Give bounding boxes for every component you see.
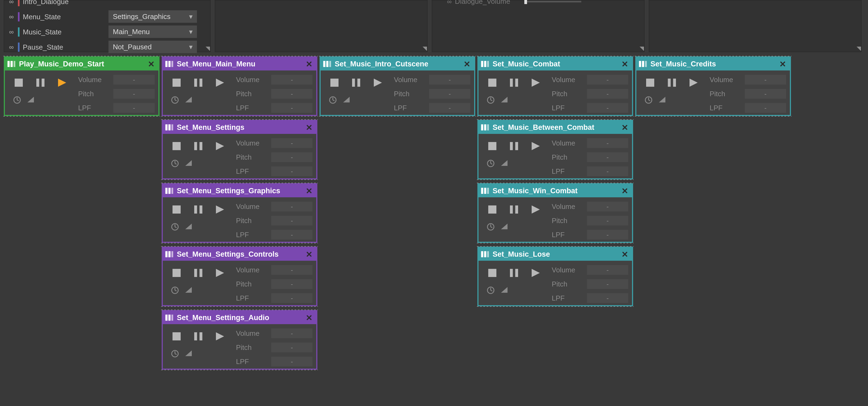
param-value-lpf[interactable]: -	[271, 230, 312, 240]
close-icon[interactable]: ✕	[620, 122, 630, 133]
link-icon[interactable]: ∞	[8, 13, 15, 21]
clock-icon[interactable]	[171, 96, 179, 106]
param-value-volume[interactable]: -	[587, 202, 628, 211]
clock-icon[interactable]	[329, 96, 337, 106]
event-tile-header[interactable]: Set_Music_Intro_Cutscene ✕	[321, 58, 474, 70]
param-select[interactable]: Main_Menu ▾	[108, 26, 197, 38]
clock-icon[interactable]	[13, 96, 21, 106]
stop-button[interactable]	[329, 77, 340, 88]
param-select[interactable]: Settings_Graphics ▾	[108, 10, 197, 23]
pause-button[interactable]	[35, 77, 46, 88]
param-value-volume[interactable]: -	[271, 138, 312, 148]
param-value-pitch[interactable]: -	[271, 343, 312, 352]
ramp-icon[interactable]	[184, 159, 193, 169]
stop-button[interactable]	[171, 77, 182, 88]
param-value-volume[interactable]: -	[587, 75, 628, 84]
play-button[interactable]	[530, 77, 541, 88]
param-value-lpf[interactable]: -	[587, 293, 628, 303]
param-value-lpf[interactable]: -	[745, 103, 786, 113]
ramp-icon[interactable]	[27, 96, 35, 106]
event-tile-header[interactable]: Set_Menu_Settings_Graphics ✕	[163, 184, 316, 197]
close-icon[interactable]: ✕	[304, 185, 314, 196]
pause-button[interactable]	[508, 267, 520, 279]
event-tile[interactable]: Set_Music_Lose ✕ Volume-	[477, 247, 633, 306]
play-button[interactable]	[372, 77, 383, 88]
param-value-volume[interactable]: -	[271, 265, 312, 275]
param-value-pitch[interactable]: -	[271, 89, 312, 99]
event-tile-header[interactable]: Set_Menu_Settings_Controls ✕	[163, 248, 316, 261]
param-value-lpf[interactable]: -	[587, 230, 628, 240]
stop-button[interactable]	[171, 204, 182, 215]
stop-button[interactable]	[171, 331, 182, 342]
event-tile-header[interactable]: Set_Music_Combat ✕	[478, 58, 632, 70]
clock-icon[interactable]	[487, 159, 495, 169]
event-tile[interactable]: Set_Menu_Settings ✕ Volume-	[162, 120, 317, 179]
param-value-lpf[interactable]: -	[271, 103, 312, 113]
ramp-icon[interactable]	[342, 96, 350, 106]
param-value-volume[interactable]: -	[271, 202, 312, 211]
stop-button[interactable]	[487, 77, 498, 88]
param-value-lpf[interactable]: -	[271, 357, 312, 366]
param-value-lpf[interactable]: -	[271, 166, 312, 176]
clock-icon[interactable]	[171, 223, 179, 233]
event-tile-header[interactable]: Set_Menu_Settings ✕	[163, 121, 316, 134]
param-value-lpf[interactable]: -	[113, 103, 155, 113]
ramp-icon[interactable]	[500, 96, 508, 106]
play-button[interactable]	[688, 77, 699, 88]
param-value-volume[interactable]: -	[271, 329, 312, 338]
close-icon[interactable]: ✕	[462, 59, 472, 69]
event-tile[interactable]: Play_Music_Demo_Start ✕ Volume-	[4, 56, 159, 116]
param-value-volume[interactable]: -	[113, 75, 155, 84]
clock-icon[interactable]	[487, 223, 495, 233]
param-value-lpf[interactable]: -	[271, 293, 312, 303]
link-icon[interactable]: ∞	[8, 28, 15, 36]
close-icon[interactable]: ✕	[304, 249, 314, 259]
ramp-icon[interactable]	[184, 223, 193, 233]
close-icon[interactable]: ✕	[620, 59, 630, 69]
close-icon[interactable]: ✕	[146, 59, 156, 69]
event-tile[interactable]: Set_Menu_Main_Menu ✕ Volume-	[162, 56, 317, 116]
stop-button[interactable]	[171, 267, 182, 279]
param-value-lpf[interactable]: -	[587, 166, 628, 176]
play-button[interactable]	[214, 331, 226, 342]
play-button[interactable]	[214, 77, 226, 88]
ramp-icon[interactable]	[184, 96, 193, 106]
clock-icon[interactable]	[487, 96, 495, 106]
close-icon[interactable]: ✕	[304, 122, 314, 133]
ramp-icon[interactable]	[184, 350, 193, 360]
param-value-volume[interactable]: -	[429, 75, 470, 84]
pause-button[interactable]	[350, 77, 362, 88]
param-value-pitch[interactable]: -	[745, 89, 786, 99]
param-value-lpf[interactable]: -	[429, 103, 470, 113]
stop-button[interactable]	[487, 267, 498, 279]
clock-icon[interactable]	[171, 350, 179, 360]
clock-icon[interactable]	[645, 96, 653, 106]
play-button[interactable]	[214, 204, 226, 215]
stop-button[interactable]	[13, 77, 24, 88]
event-tile-header[interactable]: Play_Music_Demo_Start ✕	[5, 58, 158, 70]
param-value-volume[interactable]: -	[271, 75, 312, 84]
event-tile-header[interactable]: Set_Music_Between_Combat ✕	[478, 121, 632, 134]
event-tile-header[interactable]: Set_Music_Credits ✕	[637, 58, 790, 70]
event-tile-header[interactable]: Set_Music_Win_Combat ✕	[478, 184, 632, 197]
pause-button[interactable]	[508, 204, 520, 215]
pause-button[interactable]	[193, 204, 204, 215]
clock-icon[interactable]	[487, 286, 495, 296]
param-value-volume[interactable]: -	[745, 75, 786, 84]
play-button[interactable]	[530, 140, 541, 152]
event-tile[interactable]: Set_Menu_Settings_Audio ✕ Volume	[162, 310, 317, 370]
clock-icon[interactable]	[171, 286, 179, 296]
close-icon[interactable]: ✕	[620, 249, 630, 259]
play-button[interactable]	[214, 267, 226, 279]
ramp-icon[interactable]	[500, 159, 508, 169]
event-tile[interactable]: Set_Menu_Settings_Graphics ✕ Vol	[162, 183, 317, 243]
event-tile[interactable]: Set_Music_Intro_Cutscene ✕ Volum	[319, 56, 475, 116]
param-value-pitch[interactable]: -	[587, 89, 628, 99]
param-value-pitch[interactable]: -	[587, 152, 628, 162]
play-button[interactable]	[530, 204, 541, 215]
stop-button[interactable]	[487, 204, 498, 215]
event-tile[interactable]: Set_Music_Credits ✕ Volume-	[635, 56, 791, 116]
param-value-pitch[interactable]: -	[429, 89, 470, 99]
event-tile[interactable]: Set_Music_Between_Combat ✕ Volum	[477, 120, 633, 179]
pause-button[interactable]	[193, 267, 204, 279]
